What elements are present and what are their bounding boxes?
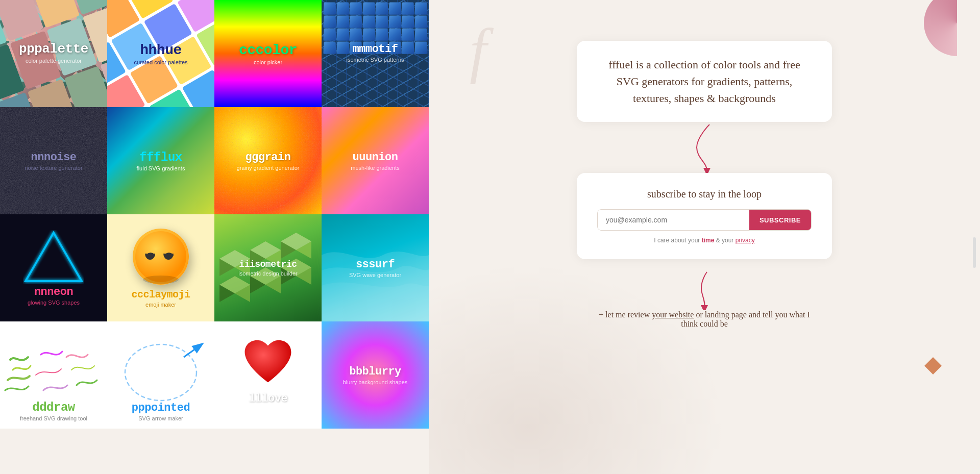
grid-item-hhhue[interactable]: hhhue curated color palettes [107,0,214,107]
bbblurry-desc: blurry background shapes [343,379,408,385]
subscribe-button[interactable]: SUBSCRIBE [749,210,811,230]
email-input[interactable] [598,210,749,230]
neon-triangle-svg [23,230,84,284]
grid-item-dddraw[interactable]: dddraw freehand SVG drawing tool [0,321,107,429]
subscribe-title: subscribe to stay in the loop [597,188,812,200]
grid-item-sssurf[interactable]: sssurf SVG wave generator [322,214,429,321]
website-link[interactable]: your website [652,310,694,319]
hhhue-title: hhhue [140,42,182,58]
dddraw-desc: freehand SVG drawing tool [4,415,103,421]
cccolor-desc: color picker [254,59,282,65]
svg-point-4 [135,231,186,282]
nnnoise-desc: noise texture generator [24,165,82,171]
dddraw-content: dddraw freehand SVG drawing tool [0,395,107,429]
lllove-title: lllove [249,392,287,405]
hhhue-desc: curated color palettes [134,59,187,65]
grid-item-cccolor[interactable]: cccolor color picker [214,0,322,107]
svg-point-24 [125,344,197,401]
ccclaymoji-desc: emoji maker [145,302,176,308]
privacy-link[interactable]: privacy [736,237,755,244]
grid-item-ffflux[interactable]: ffflux fluid SVG gradients [107,107,214,214]
nnneon-title: nnneon [34,286,73,298]
grid-item-iiisometric[interactable]: iiisometric isometric design builder [214,214,322,321]
bbblurry-title: bbblurry [349,365,401,378]
uuunion-desc: mesh-like gradients [351,165,399,171]
pppointed-desc: SVG arrow maker [111,415,210,421]
cccolor-title: cccolor [239,42,297,58]
grid-item-mmmotif[interactable]: mmmotif isometric SVG patterns [322,0,429,107]
iiisometric-title: iiisometric [239,259,297,269]
mmmotif-desc: isometric SVG patterns [326,57,425,63]
deco-diamond [924,357,942,375]
info-card: fffuel is a collection of color tools an… [577,41,832,122]
grid-item-nnnoise[interactable]: nnnoise noise texture generator [0,107,107,214]
scrollbar[interactable] [973,237,976,268]
dddraw-title: dddraw [4,401,103,414]
pppointed-content: pppointed SVG arrow maker [107,396,214,429]
arrow-down-1 [689,122,720,173]
bottom-text: + let me review your website or landing … [590,310,819,329]
pppalette-desc: color palette generator [4,58,103,64]
ccclaymoji-title: ccclaymoji [131,289,190,301]
arrow-down-2 [694,269,715,310]
svg-point-5 [143,276,179,284]
lllove-desc: heart SVGs [254,406,283,412]
right-panel: f fffuel is a collection of color tools … [429,0,980,474]
grid-item-gggrain[interactable]: gggrain grainy gradient generator [214,107,322,214]
grid-item-pppointed[interactable]: pppointed SVG arrow maker [107,321,214,429]
deco-circle [924,0,980,56]
gggrain-title: gggrain [246,151,291,164]
nnnoise-title: nnnoise [31,151,77,164]
gggrain-desc: grainy gradient generator [237,165,300,171]
uuunion-title: uuunion [353,151,398,164]
ffflux-desc: fluid SVG gradients [137,165,185,171]
ffflux-title: ffflux [139,151,182,164]
iiisometric-desc: isometric design builder [238,270,298,277]
sssurf-desc: SVG wave generator [349,272,401,278]
pppalette-title: pppalette [4,41,103,57]
grid-item-pppalette[interactable]: pppalette color palette generator [0,0,107,107]
grid-item-ccclaymoji[interactable]: ccclaymoji emoji maker [107,214,214,321]
svg-marker-28 [701,305,708,310]
svg-marker-2 [26,233,82,281]
deco-letter-f: f [470,15,486,86]
svg-line-25 [184,344,202,357]
mmmotif-title: mmmotif [326,43,425,56]
heart-svg [240,338,296,389]
emoji-face [133,229,189,285]
grid-item-nnneon[interactable]: nnneon glowing SVG shapes [0,214,107,321]
subscribe-form[interactable]: SUBSCRIBE [597,209,812,231]
svg-marker-27 [703,168,710,173]
grid-item-lllove[interactable]: lllove heart SVGs [214,321,322,429]
pppointed-title: pppointed [111,402,210,414]
svg-marker-3 [26,233,82,281]
subscribe-card: subscribe to stay in the loop SUBSCRIBE … [577,173,832,259]
sssurf-title: sssurf [356,258,395,271]
subscribe-note: I care about your time & your privacy [597,237,812,244]
nnneon-desc: glowing SVG shapes [28,300,80,306]
grid-item-bbblurry[interactable]: bbblurry blurry background shapes [322,321,429,429]
info-card-text: fffuel is a collection of color tools an… [597,56,812,107]
grid-item-uuunion[interactable]: uuunion mesh-like gradients [322,107,429,214]
tool-grid: pppalette color palette generator hhhue [0,0,429,474]
